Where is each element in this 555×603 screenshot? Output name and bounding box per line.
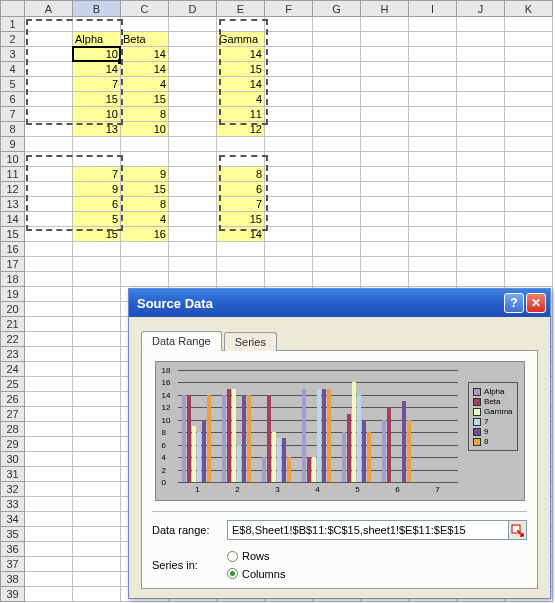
- row-header-34[interactable]: 34: [1, 512, 25, 527]
- cell-K12[interactable]: [505, 182, 553, 197]
- col-header-D[interactable]: D: [169, 1, 217, 17]
- cell-G9[interactable]: [313, 137, 361, 152]
- cell-I14[interactable]: [409, 212, 457, 227]
- cell-C13[interactable]: 8: [121, 197, 169, 212]
- cell-H6[interactable]: [361, 92, 409, 107]
- cell-D14[interactable]: [169, 212, 217, 227]
- cell-B14[interactable]: 5: [73, 212, 121, 227]
- cell-B29[interactable]: [73, 437, 121, 452]
- cell-J18[interactable]: [457, 272, 505, 287]
- cell-H11[interactable]: [361, 167, 409, 182]
- data-range-input[interactable]: [228, 521, 508, 539]
- cell-K14[interactable]: [505, 212, 553, 227]
- cell-D1[interactable]: [169, 17, 217, 32]
- row-header-12[interactable]: 12: [1, 182, 25, 197]
- cell-J6[interactable]: [457, 92, 505, 107]
- cell-B32[interactable]: [73, 482, 121, 497]
- cell-C12[interactable]: 15: [121, 182, 169, 197]
- cell-C9[interactable]: [121, 137, 169, 152]
- cell-J8[interactable]: [457, 122, 505, 137]
- cell-G15[interactable]: [313, 227, 361, 242]
- cell-B35[interactable]: [73, 527, 121, 542]
- cell-G13[interactable]: [313, 197, 361, 212]
- cell-C10[interactable]: [121, 152, 169, 167]
- cell-E15[interactable]: 14: [217, 227, 265, 242]
- cell-E5[interactable]: 14: [217, 77, 265, 92]
- cell-H14[interactable]: [361, 212, 409, 227]
- cell-K8[interactable]: [505, 122, 553, 137]
- cell-K11[interactable]: [505, 167, 553, 182]
- cell-B5[interactable]: 7: [73, 77, 121, 92]
- cell-B12[interactable]: 9: [73, 182, 121, 197]
- cell-K4[interactable]: [505, 62, 553, 77]
- cell-F9[interactable]: [265, 137, 313, 152]
- cell-A8[interactable]: [25, 122, 73, 137]
- cell-I18[interactable]: [409, 272, 457, 287]
- row-header-18[interactable]: 18: [1, 272, 25, 287]
- cell-A17[interactable]: [25, 257, 73, 272]
- cell-B24[interactable]: [73, 362, 121, 377]
- row-header-26[interactable]: 26: [1, 392, 25, 407]
- cell-E3[interactable]: 14: [217, 47, 265, 62]
- cell-B31[interactable]: [73, 467, 121, 482]
- cell-H17[interactable]: [361, 257, 409, 272]
- cell-I8[interactable]: [409, 122, 457, 137]
- cell-B8[interactable]: 13: [73, 122, 121, 137]
- row-header-13[interactable]: 13: [1, 197, 25, 212]
- cell-F4[interactable]: [265, 62, 313, 77]
- cell-J12[interactable]: [457, 182, 505, 197]
- cell-F7[interactable]: [265, 107, 313, 122]
- cell-H3[interactable]: [361, 47, 409, 62]
- cell-C4[interactable]: 14: [121, 62, 169, 77]
- cell-H12[interactable]: [361, 182, 409, 197]
- cell-B38[interactable]: [73, 572, 121, 587]
- cell-E8[interactable]: 12: [217, 122, 265, 137]
- cell-J7[interactable]: [457, 107, 505, 122]
- cell-E9[interactable]: [217, 137, 265, 152]
- cell-K16[interactable]: [505, 242, 553, 257]
- row-header-35[interactable]: 35: [1, 527, 25, 542]
- cell-B3[interactable]: 10: [73, 47, 121, 62]
- cell-B26[interactable]: [73, 392, 121, 407]
- cell-J2[interactable]: [457, 32, 505, 47]
- cell-F17[interactable]: [265, 257, 313, 272]
- cell-F6[interactable]: [265, 92, 313, 107]
- row-header-5[interactable]: 5: [1, 77, 25, 92]
- row-header-8[interactable]: 8: [1, 122, 25, 137]
- row-header-6[interactable]: 6: [1, 92, 25, 107]
- cell-C7[interactable]: 8: [121, 107, 169, 122]
- cell-B30[interactable]: [73, 452, 121, 467]
- cell-B13[interactable]: 6: [73, 197, 121, 212]
- cell-G12[interactable]: [313, 182, 361, 197]
- cell-G7[interactable]: [313, 107, 361, 122]
- cell-D15[interactable]: [169, 227, 217, 242]
- row-header-23[interactable]: 23: [1, 347, 25, 362]
- cell-G16[interactable]: [313, 242, 361, 257]
- cell-D9[interactable]: [169, 137, 217, 152]
- cell-D18[interactable]: [169, 272, 217, 287]
- cell-A9[interactable]: [25, 137, 73, 152]
- cell-E18[interactable]: [217, 272, 265, 287]
- cell-F15[interactable]: [265, 227, 313, 242]
- cell-A23[interactable]: [25, 347, 73, 362]
- cell-K5[interactable]: [505, 77, 553, 92]
- cell-G1[interactable]: [313, 17, 361, 32]
- cell-B6[interactable]: 15: [73, 92, 121, 107]
- cell-J5[interactable]: [457, 77, 505, 92]
- cell-A28[interactable]: [25, 422, 73, 437]
- row-header-11[interactable]: 11: [1, 167, 25, 182]
- cell-K18[interactable]: [505, 272, 553, 287]
- cell-D6[interactable]: [169, 92, 217, 107]
- cell-B16[interactable]: [73, 242, 121, 257]
- cell-D16[interactable]: [169, 242, 217, 257]
- cell-A21[interactable]: [25, 317, 73, 332]
- select-all-corner[interactable]: [1, 1, 25, 17]
- cell-A36[interactable]: [25, 542, 73, 557]
- cell-H18[interactable]: [361, 272, 409, 287]
- cell-C3[interactable]: 14: [121, 47, 169, 62]
- cell-A4[interactable]: [25, 62, 73, 77]
- cell-G4[interactable]: [313, 62, 361, 77]
- cell-F3[interactable]: [265, 47, 313, 62]
- cell-H7[interactable]: [361, 107, 409, 122]
- row-header-27[interactable]: 27: [1, 407, 25, 422]
